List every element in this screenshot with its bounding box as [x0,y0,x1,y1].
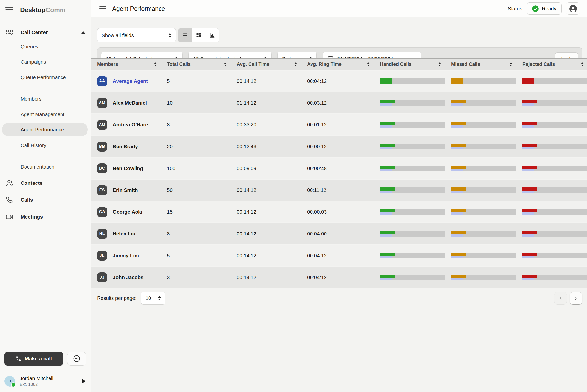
member-name[interactable]: Alex McDaniel [113,100,147,106]
rejected-calls-bar [522,209,587,215]
average-reference-fill [380,104,392,106]
sidebar-item-campaigns[interactable]: Campaigns [0,54,91,70]
column-header-total-calls[interactable]: Total Calls [167,62,237,67]
sort-icon[interactable] [581,62,583,66]
sidebar-item-contacts[interactable]: Contacts [0,174,91,191]
column-label: Avg. Ring Time [307,62,342,67]
sort-icon[interactable] [224,62,226,66]
avg-ring-time-value: 00:04:12 [307,252,380,258]
column-header-missed-calls[interactable]: Missed Calls [451,62,522,67]
sidebar-item-call-history[interactable]: Call History [0,138,91,153]
average-reference-fill [522,125,534,128]
total-calls-value: 5 [167,78,237,84]
sidebar-item-members[interactable]: Members [0,91,91,106]
sort-icon[interactable] [438,62,441,66]
member-name[interactable]: George Aoki [113,209,142,215]
sidebar-item-queues[interactable]: Queues [0,39,91,54]
current-user-row[interactable]: J Jordan Mitchell Ext. 1002 [0,372,91,392]
table-row[interactable]: GA George Aoki 15 00:14:12 00:00:03 [91,202,587,222]
rejected-calls-fill [522,100,537,104]
average-reference-fill [522,234,534,237]
sidebar-item-label: Calls [21,197,33,203]
avg-call-time-value: 00:14:12 [237,78,307,84]
rejected-calls-bar [522,166,587,171]
status-ready-button[interactable]: Ready [527,2,561,15]
sidebar-item-label: Documentation [21,164,55,170]
sidebar-item-calls[interactable]: Calls [0,191,91,208]
member-avatar: JJ [97,272,107,282]
show-fields-select[interactable]: Show all fields [97,28,176,42]
chart-view-button[interactable] [205,28,219,42]
sidebar-item-meetings[interactable]: Meetings [0,208,91,225]
sidebar-item-queue-performance[interactable]: Queue Performance [0,70,91,85]
table-row[interactable]: JL Jimmy Lim 5 00:14:12 00:04:12 [91,245,587,266]
dashboard-view-button[interactable] [192,28,206,42]
avg-ring-time-value: 00:11:12 [307,187,380,193]
table-row[interactable]: ES Erin Smith 50 00:14:12 00:11:12 [91,180,587,201]
column-header-avg-ring-time[interactable]: Avg. Ring Time [307,62,380,67]
rejected-calls-fill [522,122,537,125]
sort-icon[interactable] [509,62,512,66]
results-per-page-select[interactable]: 10 [141,292,165,304]
member-name[interactable]: Average Agent [113,78,148,84]
total-calls-value: 8 [167,122,237,128]
table-row[interactable]: JJ John Jacobs 3 00:14:12 00:04:12 [91,267,587,288]
avg-ring-time-value: 00:03:12 [307,100,380,106]
more-options-button[interactable] [67,352,86,366]
dashboard-view-icon [195,32,202,39]
sort-icon[interactable] [294,62,297,66]
avg-ring-time-value: 00:01:12 [307,122,380,128]
sidebar-item-agent-performance[interactable]: Agent Performance [2,123,88,136]
chevron-up-icon[interactable] [81,31,85,34]
average-reference-fill [451,212,463,215]
column-header-handled-calls[interactable]: Handled Calls [380,62,451,67]
sidebar-item-agent-management[interactable]: Agent Management [0,106,91,122]
column-header-avg-call-time[interactable]: Avg. Call Time [237,62,307,67]
sort-icon[interactable] [367,62,370,66]
profile-button[interactable] [566,2,580,15]
sort-icon[interactable] [154,62,157,66]
avg-call-time-value: 00:14:12 [237,209,307,215]
column-header-members[interactable]: Members [97,62,167,67]
table-row[interactable]: AM Alex McDaniel 10 01:14:12 00:03:12 [91,92,587,114]
member-avatar: AA [97,76,107,86]
member-name[interactable]: Erin Smith [113,187,138,193]
rejected-calls-bar [522,275,587,280]
sidebar-item-label: Call History [21,142,46,148]
missed-calls-bar [451,188,516,193]
sidebar-menu-icon[interactable] [6,7,13,12]
handled-calls-bar [380,231,445,237]
list-view-button[interactable] [178,28,192,42]
table-row[interactable]: AA Average Agent 5 00:14:12 00:04:12 [91,70,587,92]
missed-calls-fill [451,100,466,104]
page-menu-icon[interactable] [99,6,106,11]
sidebar-item-documentation[interactable]: Documentation [0,159,91,174]
table-row[interactable]: HL Helen Liu 8 00:14:12 00:04:00 [91,223,587,244]
column-header-rejected-calls[interactable]: Rejected Calls [522,62,587,67]
results-per-page-value: 10 [146,295,151,301]
member-name[interactable]: Ben Cowling [113,166,143,171]
average-reference-fill [380,190,392,193]
average-reference-fill [380,169,392,171]
sidebar-nav: Call Center Queues Campaigns Queue Perfo… [0,26,91,225]
rejected-calls-bar [522,78,587,84]
handled-calls-fill [380,100,395,104]
next-page-button[interactable] [569,292,582,304]
sidebar-item-call-center[interactable]: Call Center [0,26,91,39]
make-a-call-button[interactable]: Make a call [5,352,63,366]
member-name[interactable]: Helen Liu [113,231,135,237]
member-name[interactable]: John Jacobs [113,274,143,280]
average-reference-fill [451,190,463,193]
previous-page-button[interactable] [554,292,567,304]
member-name[interactable]: Jimmy Lim [113,252,139,258]
member-name[interactable]: Andrea O’Hare [113,122,148,128]
column-label: Rejected Calls [522,62,555,67]
total-calls-value: 100 [167,166,237,171]
average-reference-fill [522,256,534,258]
expand-right-icon[interactable] [82,379,85,384]
total-calls-value: 10 [167,100,237,106]
table-row[interactable]: AO Andrea O’Hare 8 00:33:20 00:01:12 [91,114,587,135]
table-row[interactable]: BC Ben Cowling 100 00:09:09 00:00:48 [91,158,587,179]
table-row[interactable]: BB Ben Brady 20 00:12:43 00:00:12 [91,136,587,157]
member-name[interactable]: Ben Brady [113,144,138,150]
